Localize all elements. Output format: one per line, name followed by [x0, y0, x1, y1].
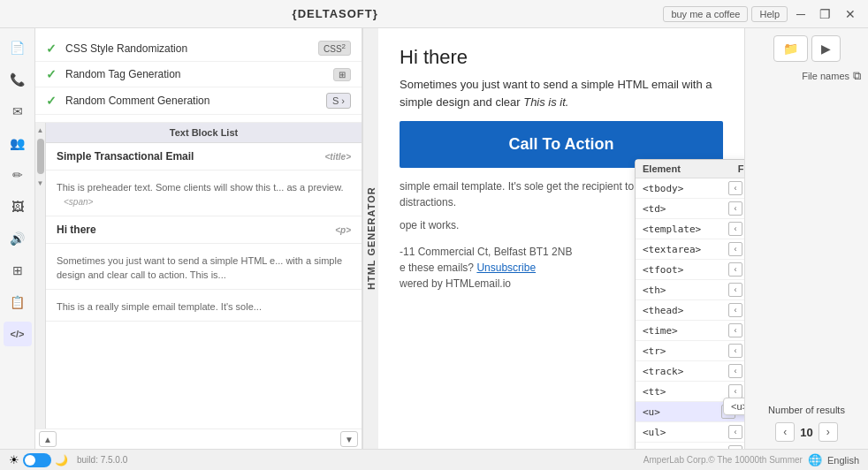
minimize-button[interactable]: ─	[791, 5, 811, 23]
fill-dec-ul[interactable]: ‹	[728, 425, 742, 439]
sidebar-item-email[interactable]: ✉	[4, 99, 32, 124]
col-element-header: Element	[643, 163, 715, 174]
list-item-4[interactable]: Sometimes you just want to send a simple…	[46, 244, 362, 290]
sidebar-item-users[interactable]: 👥	[4, 131, 32, 155]
fill-dec-template[interactable]: ‹	[728, 222, 742, 236]
center-area: Hi there Sometimes you just want to send…	[378, 28, 744, 449]
list-item-2[interactable]: This is preheader text. Some clients wil…	[46, 171, 362, 216]
dropdown-row-th[interactable]: <th> ‹ 1 ›	[636, 280, 744, 300]
list-item-3-title: Hi there <p>	[57, 224, 351, 236]
list-item-5[interactable]: This is a really simple email template. …	[46, 290, 362, 322]
folder-button[interactable]: 📁	[773, 35, 808, 62]
buy-coffee-button[interactable]: buy me a coffee	[663, 6, 748, 22]
list-item-1-title: Simple Transactional Email <title>	[57, 150, 351, 163]
sidebar-item-phone[interactable]: 📞	[4, 67, 32, 92]
list-item-1[interactable]: Simple Transactional Email <title>	[46, 143, 362, 171]
dropdown-row-template[interactable]: <template> ‹ 1 ›	[636, 219, 744, 239]
dropdown-row-thead[interactable]: <thead> ‹ 1 ›	[636, 300, 744, 321]
element-template: <template>	[643, 224, 715, 235]
sidebar-item-sound[interactable]: 🔊	[4, 226, 32, 251]
check-badge-css: CSS2	[318, 41, 351, 56]
dropdown-row-track[interactable]: <track> ‹ 1 ›	[636, 361, 744, 382]
file-names-row: File names ⧉	[752, 69, 861, 83]
fill-dec-th[interactable]: ‹	[728, 283, 742, 297]
sidebar-item-document[interactable]: 📄	[4, 35, 32, 60]
theme-toggle-track[interactable]	[23, 453, 51, 467]
globe-icon: 🌐	[808, 453, 822, 466]
check-item-comment[interactable]: ✓ Random Comment Generation S ›	[35, 87, 362, 115]
text-block-area: Text Block List Simple Transactional Ema…	[46, 123, 362, 428]
fill-dec-wbr[interactable]: ‹	[728, 445, 742, 449]
fill-dec-tr[interactable]: ‹	[728, 344, 742, 358]
sidebar-item-edit[interactable]: ✏	[4, 163, 32, 187]
title-bar: {DELTASOFT} buy me a coffee Help ─ ❐ ✕	[0, 0, 868, 28]
element-textarea: <textarea>	[643, 244, 715, 255]
dropdown-row-td[interactable]: <td> ‹ 1 ›	[636, 199, 744, 219]
scroll-up-arrow[interactable]: ▲	[35, 123, 46, 137]
dropdown-row-tr[interactable]: <tr> ‹ 1 ›	[636, 341, 744, 361]
file-names-copy-button[interactable]: ⧉	[853, 69, 861, 83]
check-icon-tag: ✓	[46, 67, 57, 81]
num-value: 10	[800, 426, 812, 439]
element-track: <track>	[643, 366, 715, 377]
bottom-down-arrow[interactable]: ▼	[340, 431, 358, 447]
email-body1: Sometimes you just want to send a simple…	[400, 76, 723, 110]
left-bottom-arrows: ▲ ▼	[35, 428, 362, 449]
sidebar-item-image[interactable]: 🖼	[4, 194, 32, 219]
title-bar-right: buy me a coffee Help ─ ❐ ✕	[663, 5, 861, 23]
help-button[interactable]: Help	[751, 6, 788, 22]
element-thead: <thead>	[643, 305, 715, 316]
element-tt: <tt>	[643, 386, 715, 398]
build-label: build: 7.5.0.0	[77, 455, 127, 465]
bottom-up-arrow[interactable]: ▲	[39, 431, 57, 447]
fill-tt: ‹ 1 ›	[715, 384, 744, 398]
fill-dec-track[interactable]: ‹	[728, 364, 742, 378]
close-button[interactable]: ✕	[840, 5, 861, 23]
num-prev-button[interactable]: ‹	[775, 422, 795, 442]
fill-dec-tt[interactable]: ‹	[728, 384, 742, 398]
num-next-button[interactable]: ›	[819, 422, 838, 442]
fill-dec-tfoot[interactable]: ‹	[728, 262, 742, 277]
element-tr: <tr>	[643, 345, 715, 357]
file-names-label: File names	[802, 71, 849, 81]
dropdown-row-tbody[interactable]: <tbody> ‹ 1 ›	[636, 178, 744, 199]
fill-dec-time[interactable]: ‹	[728, 323, 742, 337]
comment-arrow-btn[interactable]: S ›	[326, 93, 351, 109]
col-fill-header: Fill %	[715, 163, 744, 174]
sidebar-item-grid[interactable]: ⊞	[4, 258, 32, 283]
theme-toggle: ☀ 🌙	[9, 453, 68, 467]
element-wbr: <wbr>	[643, 447, 715, 450]
sidebar-item-pdf[interactable]: 📋	[4, 290, 32, 315]
fill-dec-tbody[interactable]: ‹	[728, 181, 742, 195]
check-item-css[interactable]: ✓ CSS Style Randomization CSS2	[35, 35, 362, 62]
list-item-3[interactable]: Hi there <p>	[46, 216, 362, 244]
maximize-button[interactable]: ❐	[814, 5, 836, 23]
element-time: <time>	[643, 325, 715, 337]
dropdown-row-ul[interactable]: <ul> ‹ 1 ›	[636, 422, 744, 443]
html-generator-label: HTML GENERATOR	[362, 28, 378, 449]
fill-dec-textarea[interactable]: ‹	[728, 242, 742, 256]
dropdown-row-textarea[interactable]: <textarea> ‹ 1 ›	[636, 239, 744, 260]
dropdown-row-wbr[interactable]: <wbr> ‹ 1 ›	[636, 443, 744, 449]
left-scroll-area: ▲ ▼ Text Block List Simple Transactional…	[35, 123, 362, 428]
element-u: <u>	[643, 406, 715, 418]
check-label-tag: Random Tag Generation	[65, 68, 324, 80]
main-layout: 📄 📞 ✉ 👥 ✏ 🖼 🔊 ⊞ 📋 </> ✓ CSS Style Random…	[0, 28, 868, 449]
spacer	[752, 90, 861, 398]
sidebar-item-code[interactable]: </>	[4, 322, 32, 346]
play-button[interactable]: ▶	[811, 35, 841, 62]
check-item-tag[interactable]: ✓ Random Tag Generation ⊞	[35, 62, 362, 87]
fill-dec-td[interactable]: ‹	[728, 201, 742, 216]
fill-dec-thead[interactable]: ‹	[728, 303, 742, 317]
fill-tbody: ‹ 1 ›	[715, 181, 744, 195]
checklist: ✓ CSS Style Randomization CSS2 ✓ Random …	[35, 28, 362, 123]
fill-ul: ‹ 1 ›	[715, 425, 744, 439]
app-title: {DELTASOFT}	[293, 7, 378, 20]
fill-wbr: ‹ 1 ›	[715, 445, 744, 449]
check-icon-css: ✓	[46, 42, 57, 56]
dropdown-row-time[interactable]: <time> ‹ 1 ›	[636, 321, 744, 341]
dropdown-row-tfoot[interactable]: <tfoot> ‹ 1 ›	[636, 260, 744, 280]
element-td: <td>	[643, 203, 715, 215]
unsubscribe-link[interactable]: Unsubscribe	[476, 262, 536, 274]
scroll-down-arrow[interactable]: ▼	[35, 176, 46, 190]
